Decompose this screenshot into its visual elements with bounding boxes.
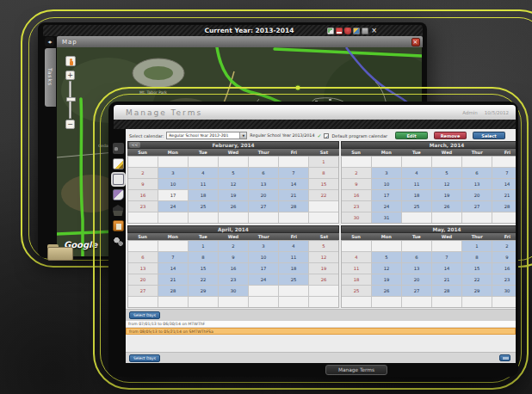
calendar-day-cell[interactable]: 11 bbox=[402, 179, 431, 189]
calendar-day-cell[interactable]: 13 bbox=[249, 179, 278, 189]
calendar-day-cell[interactable]: 2 bbox=[492, 241, 516, 251]
calendar-day-cell[interactable] bbox=[279, 297, 308, 307]
calendar-day-cell[interactable]: 5 bbox=[372, 252, 401, 262]
folder-icon[interactable] bbox=[47, 244, 73, 261]
calendar-day-cell[interactable] bbox=[372, 241, 401, 251]
calendar-day-cell[interactable]: 21 bbox=[492, 190, 516, 200]
calendar-day-cell[interactable]: 14 bbox=[432, 263, 461, 274]
calendar-day-cell[interactable]: 6 bbox=[462, 168, 492, 178]
calendar-day-cell[interactable]: 28 bbox=[279, 201, 308, 212]
binoculars-icon[interactable] bbox=[113, 143, 124, 154]
zoom-out-button[interactable]: − bbox=[65, 120, 75, 129]
calendar-day-cell[interactable] bbox=[342, 241, 371, 251]
term-definition-row-selected[interactable]: from 08/05/13 to 05/21/14 on SMTWThFSa bbox=[126, 328, 516, 335]
calendar-day-cell[interactable]: 4 bbox=[279, 241, 308, 251]
calendar-day-cell[interactable]: 30 bbox=[342, 212, 371, 223]
calendar-day-cell[interactable] bbox=[402, 241, 431, 251]
calendar-day-cell[interactable] bbox=[189, 212, 218, 223]
calendar-day-cell[interactable]: 6 bbox=[402, 252, 431, 262]
calendar-day-cell[interactable] bbox=[402, 297, 431, 307]
shield-icon[interactable] bbox=[344, 28, 351, 34]
calendar-day-cell[interactable]: 28 bbox=[492, 201, 516, 212]
pegman-icon[interactable] bbox=[65, 56, 76, 66]
calendar-day-cell[interactable] bbox=[128, 212, 158, 223]
term-definition-row[interactable]: from 07/01/13 to 06/30/14 on MTWThF bbox=[126, 321, 516, 328]
calendar-day-cell[interactable]: 24 bbox=[372, 201, 401, 212]
calendar-day-cell[interactable]: 18 bbox=[342, 274, 371, 285]
calendar-day-cell[interactable]: 30 bbox=[219, 286, 248, 296]
calendar-day-cell[interactable] bbox=[462, 212, 492, 223]
calendar-day-cell[interactable]: 30 bbox=[492, 286, 516, 296]
calendar-day-cell[interactable]: 9 bbox=[342, 179, 371, 189]
calendar-day-cell[interactable]: 10 bbox=[158, 179, 188, 189]
calendar-day-cell[interactable] bbox=[402, 157, 431, 167]
calendar-day-cell[interactable]: 9 bbox=[492, 252, 516, 262]
calendar-day-cell[interactable] bbox=[432, 157, 461, 167]
calendar-day-cell[interactable] bbox=[309, 212, 338, 223]
calendar-day-cell[interactable]: 19 bbox=[309, 263, 338, 274]
calendar-day-cell[interactable]: 14 bbox=[279, 179, 308, 189]
calendar-day-cell[interactable]: 21 bbox=[432, 274, 461, 285]
calendar-day-cell[interactable] bbox=[158, 297, 188, 307]
calendar-day-cell[interactable]: 22 bbox=[189, 274, 218, 285]
calendar-day-cell[interactable]: 4 bbox=[342, 252, 371, 262]
calendar-day-cell[interactable]: 11 bbox=[189, 179, 218, 189]
calendar-day-cell[interactable]: 22 bbox=[462, 274, 492, 285]
calendar-day-cell[interactable] bbox=[492, 212, 516, 223]
tag-icon[interactable] bbox=[113, 189, 124, 200]
calendar-day-cell[interactable]: 27 bbox=[249, 201, 278, 212]
calendar-day-cell[interactable]: 23 bbox=[128, 201, 158, 212]
calendar-day-cell[interactable]: 23 bbox=[219, 274, 248, 285]
calendar-day-cell[interactable] bbox=[219, 297, 248, 307]
calendar-day-cell[interactable] bbox=[309, 201, 338, 212]
calendar-day-cell[interactable] bbox=[219, 157, 248, 167]
calendar-day-cell[interactable]: 2 bbox=[128, 168, 158, 178]
calendar-day-cell[interactable] bbox=[309, 286, 338, 296]
calendar-day-cell[interactable]: 27 bbox=[402, 286, 431, 296]
close-map-button[interactable]: × bbox=[411, 38, 420, 46]
calendar-day-cell[interactable]: 5 bbox=[219, 168, 248, 178]
calendar-day-cell[interactable]: 27 bbox=[128, 286, 158, 296]
calendar-day-cell[interactable]: 11 bbox=[279, 252, 308, 262]
calendar-day-cell[interactable] bbox=[342, 297, 371, 307]
zoom-in-button[interactable]: + bbox=[65, 71, 75, 80]
calendar-day-cell[interactable] bbox=[432, 241, 461, 251]
calendar-day-cell[interactable]: 7 bbox=[158, 252, 188, 262]
calendar-day-cell[interactable]: 16 bbox=[219, 263, 248, 274]
calendar-day-cell[interactable]: 16 bbox=[342, 190, 371, 200]
calendar-day-cell[interactable]: 15 bbox=[462, 263, 492, 274]
calendar-day-cell[interactable]: 7 bbox=[279, 168, 308, 178]
calendar-day-cell[interactable] bbox=[309, 297, 338, 307]
calendar-day-cell[interactable] bbox=[432, 297, 461, 307]
calendar-day-cell[interactable]: 6 bbox=[249, 168, 278, 178]
remove-button[interactable]: Remove bbox=[434, 132, 467, 139]
calendar-day-cell[interactable] bbox=[249, 157, 278, 167]
calendar-day-cell[interactable]: 19 bbox=[219, 190, 248, 200]
calendar-dropdown[interactable]: Regular School Year 2012-201 ▼ bbox=[166, 132, 247, 139]
corner-action-button[interactable] bbox=[499, 354, 510, 361]
calendar-day-cell[interactable]: 20 bbox=[402, 274, 431, 285]
flag-icon[interactable] bbox=[336, 28, 343, 34]
calendar-day-cell[interactable]: 20 bbox=[462, 190, 492, 200]
calendar-day-cell[interactable] bbox=[279, 212, 308, 223]
calendar-day-cell[interactable] bbox=[158, 212, 188, 223]
calendar-day-cell[interactable] bbox=[249, 212, 278, 223]
calendar-day-cell[interactable]: 3 bbox=[372, 168, 401, 178]
zoom-slider[interactable] bbox=[69, 81, 71, 119]
calendar-day-cell[interactable]: 9 bbox=[128, 179, 158, 189]
calendar-day-cell[interactable]: 13 bbox=[402, 263, 431, 274]
graduation-cap-icon[interactable] bbox=[113, 205, 124, 216]
calendar-day-cell[interactable]: 17 bbox=[158, 190, 188, 200]
default-program-checkbox[interactable]: ✓ bbox=[324, 133, 329, 139]
calendar-day-cell[interactable] bbox=[158, 241, 188, 251]
calendar-day-cell[interactable]: 12 bbox=[372, 263, 401, 274]
calendar-icon[interactable] bbox=[113, 174, 124, 185]
calendar-day-cell[interactable]: 22 bbox=[309, 190, 338, 200]
calendar-day-cell[interactable]: 16 bbox=[128, 190, 158, 200]
calendar-day-cell[interactable]: 26 bbox=[372, 286, 401, 296]
select-days-button[interactable]: Select Days bbox=[129, 311, 160, 319]
calendar-day-cell[interactable]: 25 bbox=[402, 201, 431, 212]
chevron-down-icon[interactable]: ▼ bbox=[239, 132, 246, 139]
calendar-day-cell[interactable]: 13 bbox=[128, 263, 158, 274]
package-icon[interactable] bbox=[353, 28, 360, 34]
